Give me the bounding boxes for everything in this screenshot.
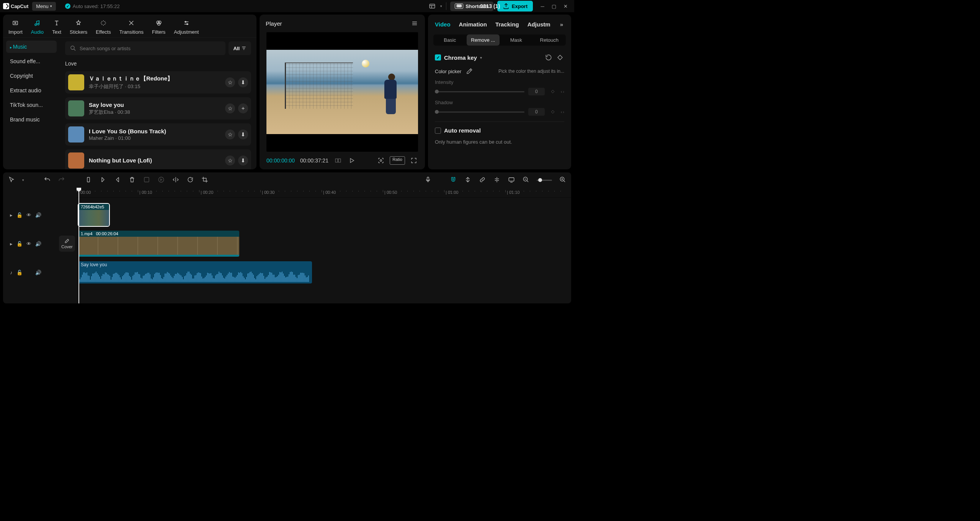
minimize-button[interactable]: ─ (540, 3, 545, 9)
ratio-button[interactable]: Ratio (390, 156, 405, 165)
menu-button[interactable]: Menu ▾ (32, 2, 56, 11)
fullscreen-button[interactable] (410, 156, 418, 165)
tab-filters[interactable]: Filters (152, 18, 165, 35)
layout-button[interactable] (428, 2, 436, 10)
play-button[interactable] (348, 156, 356, 165)
song-row[interactable]: Ｖａｌｅｎｔｉｎｅ【Redone】 幸子小姐拜托了 · 03:15 ☆ ⬇ (65, 71, 251, 93)
sidebar-item-music[interactable]: Music (6, 41, 57, 53)
export-button[interactable]: Export (497, 1, 533, 11)
visibility-icon[interactable]: 👁 (26, 212, 31, 218)
trim-right-button[interactable] (114, 176, 121, 184)
tab-video[interactable]: Video (435, 21, 451, 28)
keyframe-button[interactable] (556, 53, 564, 62)
visibility-icon[interactable]: 👁 (26, 241, 31, 247)
auto-removal-checkbox[interactable] (435, 128, 441, 134)
selection-tool[interactable] (8, 176, 15, 184)
lock-icon[interactable]: 🔓 (16, 270, 23, 275)
subtab-retouch[interactable]: Retouch (533, 34, 566, 46)
add-button[interactable]: ＋ (238, 103, 248, 113)
sidebar-item-extract[interactable]: Extract audio (6, 84, 57, 97)
keyframe-button[interactable] (549, 108, 557, 116)
subtab-remove[interactable]: Remove ... (467, 34, 500, 46)
preview-button[interactable] (508, 176, 515, 184)
freeze-button[interactable] (157, 176, 165, 184)
sidebar-item-tiktok[interactable]: TikTok soun... (6, 99, 57, 111)
zoom-fit-button[interactable] (559, 176, 567, 184)
tab-adjustment[interactable]: Adjustment (174, 18, 199, 35)
timeline[interactable]: | 00:00| 00:10| 00:20| 00:30| 00:40| 00:… (3, 188, 571, 303)
sidebar-item-brand[interactable]: Brand music (6, 113, 57, 126)
rotate-button[interactable] (186, 176, 194, 184)
mute-icon[interactable]: 🔊 (35, 270, 41, 275)
tab-adjustm[interactable]: Adjustm (528, 21, 550, 28)
group-button[interactable] (143, 176, 150, 184)
player-menu-button[interactable] (410, 19, 419, 28)
song-row[interactable]: Say love you 罗艺歆Elsa · 00:38 ☆ ＋ (65, 97, 251, 120)
maximize-button[interactable]: ▢ (551, 3, 557, 9)
favorite-button[interactable]: ☆ (225, 77, 235, 87)
prev-keyframe[interactable]: ‹ (561, 89, 562, 94)
mute-icon[interactable]: 🔊 (35, 241, 41, 247)
snap-button[interactable] (464, 176, 472, 184)
favorite-button[interactable]: ☆ (225, 103, 235, 113)
prev-keyframe[interactable]: ‹ (561, 110, 562, 114)
mirror-button[interactable] (172, 176, 180, 184)
compare-button[interactable] (334, 156, 342, 165)
download-button[interactable]: ⬇ (238, 156, 248, 165)
tab-import[interactable]: Import (8, 18, 23, 35)
scan-button[interactable] (377, 156, 385, 165)
tab-audio[interactable]: Audio (31, 18, 44, 35)
lock-icon[interactable]: 🔓 (16, 241, 23, 247)
tab-tracking[interactable]: Tracking (495, 21, 519, 28)
clip-video-2[interactable]: 72664b42e5 (78, 204, 109, 226)
split-button[interactable] (85, 176, 92, 184)
mic-button[interactable] (424, 176, 432, 184)
link-button[interactable] (479, 176, 486, 184)
download-button[interactable]: ⬇ (238, 77, 248, 87)
trim-left-button[interactable] (99, 176, 107, 184)
favorite-button[interactable]: ☆ (225, 129, 235, 139)
filter-all-button[interactable]: All (229, 41, 251, 55)
keyframe-button[interactable] (549, 87, 557, 96)
sidebar-item-copyright[interactable]: Copyright (6, 70, 57, 82)
mute-icon[interactable]: 🔊 (35, 212, 41, 218)
zoom-slider[interactable] (537, 180, 552, 181)
song-row[interactable]: I Love You So (Bonus Track) Maher Zain ·… (65, 123, 251, 146)
search-input[interactable]: Search songs or artists (65, 41, 225, 55)
undo-button[interactable] (43, 176, 51, 184)
tab-effects[interactable]: Effects (96, 18, 111, 35)
eyedropper-button[interactable] (465, 67, 474, 75)
tab-text[interactable]: Text (52, 18, 61, 35)
magnet-button[interactable] (449, 176, 457, 184)
intensity-slider[interactable] (435, 91, 524, 92)
crop-button[interactable] (201, 176, 209, 184)
align-button[interactable] (493, 176, 501, 184)
next-keyframe[interactable]: › (563, 89, 564, 94)
intensity-value[interactable]: 0 (528, 88, 545, 95)
redo-button[interactable] (58, 176, 65, 184)
clip-video-1[interactable]: 1.mp4 00:00:26:04 (78, 231, 239, 257)
subtab-mask[interactable]: Mask (500, 34, 533, 46)
favorite-button[interactable]: ☆ (225, 156, 235, 165)
lock-icon[interactable]: 🔓 (16, 212, 23, 218)
zoom-out-button[interactable] (522, 176, 530, 184)
tab-stickers[interactable]: Stickers (70, 18, 87, 35)
reset-button[interactable] (544, 53, 553, 62)
playhead[interactable] (78, 188, 79, 303)
next-keyframe[interactable]: › (563, 110, 564, 114)
tab-transitions[interactable]: Transitions (119, 18, 144, 35)
player-viewport[interactable] (266, 32, 418, 152)
delete-button[interactable] (128, 176, 136, 184)
tab-animation[interactable]: Animation (459, 21, 487, 28)
close-button[interactable]: ✕ (563, 3, 568, 9)
cover-button[interactable]: Cover (59, 236, 75, 252)
shadow-value[interactable]: 0 (528, 108, 545, 116)
chroma-key-checkbox[interactable] (435, 54, 441, 61)
download-button[interactable]: ⬇ (238, 129, 248, 139)
song-row[interactable]: Nothing but Love (Lofi) ☆ ⬇ (65, 149, 251, 169)
shadow-slider[interactable] (435, 111, 524, 113)
subtab-basic[interactable]: Basic (433, 34, 467, 46)
clip-audio[interactable]: Say love you (78, 261, 312, 283)
more-button[interactable]: » (559, 20, 564, 28)
sidebar-item-sound[interactable]: Sound effe... (6, 55, 57, 67)
